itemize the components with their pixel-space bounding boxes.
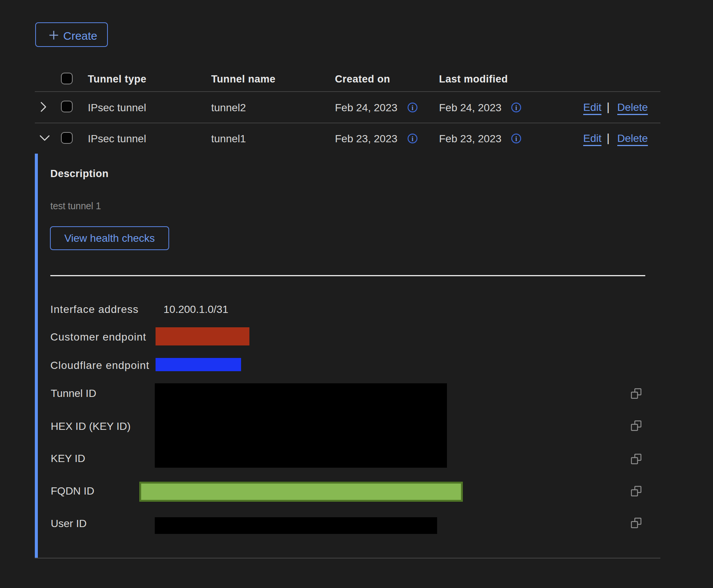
svg-text:i: i <box>411 104 413 112</box>
svg-text:i: i <box>411 135 413 143</box>
svg-text:i: i <box>515 104 517 112</box>
svg-text:i: i <box>515 135 517 143</box>
